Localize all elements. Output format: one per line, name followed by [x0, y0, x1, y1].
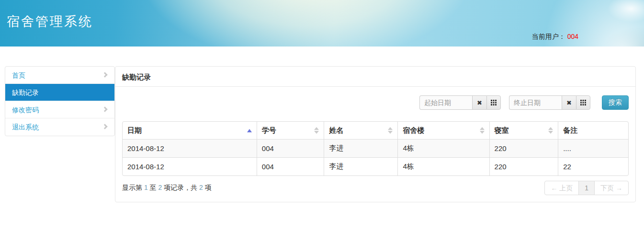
start-date-clear-button[interactable]: ✖: [472, 95, 486, 110]
page-number-button[interactable]: 1: [578, 181, 595, 195]
cell-room: 220: [489, 139, 558, 157]
cell-remark: ....: [558, 139, 628, 157]
table-header-row: 日期 学号 姓名 宿舍楼: [123, 122, 628, 139]
end-date-input[interactable]: [509, 95, 562, 110]
next-page-button[interactable]: 下页 →: [594, 181, 629, 195]
column-header-remark[interactable]: 备注: [558, 122, 628, 139]
table-row: 2014-08-12 004 李进 4栋 220 ....: [123, 139, 628, 157]
end-date-calendar-button[interactable]: [576, 95, 590, 110]
cell-name: 李进: [324, 139, 397, 157]
sidebar-item-absence-records[interactable]: 缺勤记录: [5, 84, 114, 101]
current-user-value: 004: [567, 33, 578, 40]
sidebar-item-label: 退出系统: [12, 123, 39, 131]
start-date-group: ✖: [419, 95, 501, 110]
cell-student-id: 004: [257, 157, 324, 175]
cell-remark: 22: [558, 157, 628, 175]
search-button[interactable]: 搜索: [602, 95, 629, 110]
main-layout: 首页 缺勤记录 修改密码 退出系统 缺勤记录 ✖: [5, 66, 636, 202]
sort-both-icon: [314, 127, 319, 134]
cell-room: 220: [489, 157, 558, 175]
column-header-date[interactable]: 日期: [123, 122, 257, 139]
column-header-room[interactable]: 寝室: [489, 122, 558, 139]
cell-date: 2014-08-12: [123, 157, 257, 175]
column-header-student-id[interactable]: 学号: [257, 122, 324, 139]
chevron-right-icon: [102, 106, 107, 112]
pagination: ← 上页 1 下页 →: [544, 181, 629, 195]
filter-toolbar: ✖ ✖: [115, 87, 635, 113]
clear-icon: ✖: [566, 99, 572, 106]
cell-name: 李进: [324, 157, 397, 175]
column-header-name[interactable]: 姓名: [324, 122, 397, 139]
current-user: 当前用户： 004: [532, 33, 578, 41]
calendar-icon: [580, 100, 586, 105]
column-header-building[interactable]: 宿舍楼: [397, 122, 489, 139]
calendar-icon: [491, 100, 497, 105]
app-title: 宿舍管理系统: [7, 13, 93, 30]
table-row: 2014-08-12 004 李进 4栋 220 22: [123, 157, 628, 175]
sidebar-item-home[interactable]: 首页: [5, 67, 114, 84]
sidebar-item-change-password[interactable]: 修改密码: [5, 101, 114, 118]
cell-building: 4栋: [397, 139, 489, 157]
sort-both-icon: [388, 127, 393, 134]
content-panel: 缺勤记录 ✖: [115, 66, 636, 202]
cell-building: 4栋: [397, 157, 489, 175]
end-date-clear-button[interactable]: ✖: [562, 95, 576, 110]
sidebar-item-label: 首页: [12, 71, 25, 79]
sort-asc-icon: [247, 129, 252, 132]
prev-page-button[interactable]: ← 上页: [544, 181, 579, 195]
app-header: 宿舍管理系统 当前用户： 004: [0, 0, 644, 47]
end-date-group: ✖: [509, 95, 590, 110]
cell-date: 2014-08-12: [123, 139, 257, 157]
absence-records-table: 日期 学号 姓名 宿舍楼: [122, 121, 629, 176]
sort-both-icon: [548, 127, 553, 134]
table-footer: 显示第 1 至 2 项记录，共 2 项 ← 上页 1 下页 →: [115, 176, 635, 202]
sidebar-item-logout[interactable]: 退出系统: [5, 118, 114, 136]
clear-icon: ✖: [477, 99, 482, 106]
start-date-input[interactable]: [419, 95, 472, 110]
pagination-info: 显示第 1 至 2 项记录，共 2 项: [122, 184, 212, 192]
sidebar-nav: 首页 缺勤记录 修改密码 退出系统: [5, 66, 115, 136]
cell-student-id: 004: [257, 139, 324, 157]
chevron-right-icon: [102, 72, 107, 77]
sort-both-icon: [480, 127, 485, 134]
page-title: 缺勤记录: [115, 67, 635, 87]
chevron-right-icon: [102, 124, 107, 129]
sidebar-item-label: 缺勤记录: [12, 89, 39, 96]
current-user-label: 当前用户：: [532, 33, 565, 40]
start-date-calendar-button[interactable]: [486, 95, 501, 110]
sidebar-item-label: 修改密码: [12, 106, 39, 114]
